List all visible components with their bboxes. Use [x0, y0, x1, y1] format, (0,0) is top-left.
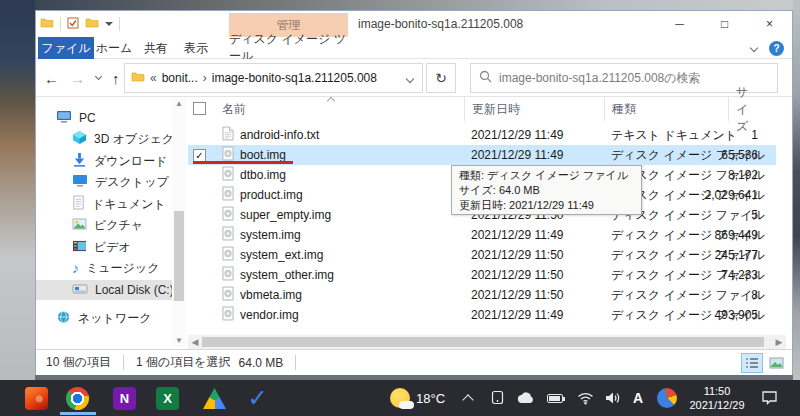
- selection-count: 1 個の項目を選択: [136, 354, 231, 371]
- list-horizontal-scrollbar[interactable]: ◀ ▶: [188, 335, 786, 349]
- properties-check-icon[interactable]: [67, 17, 79, 32]
- scrollbar-thumb[interactable]: [202, 337, 764, 347]
- qat-customize-caret-icon[interactable]: [105, 22, 113, 26]
- up-button[interactable]: ↑: [112, 70, 120, 87]
- breadcrumb-current[interactable]: image-bonito-sq1a.211205.008: [212, 71, 377, 85]
- maximize-button[interactable]: □: [702, 11, 747, 37]
- tooltip-modified: 更新日時: 2021/12/29 11:49: [459, 198, 634, 213]
- new-folder-icon[interactable]: [85, 17, 99, 31]
- partly-sunny-icon[interactable]: [390, 388, 410, 408]
- chrome-icon[interactable]: [66, 387, 89, 410]
- search-box[interactable]: [470, 63, 778, 93]
- sidebar-item-pc[interactable]: PC: [36, 108, 172, 128]
- column-header-name[interactable]: 名前: [188, 97, 464, 121]
- file-list: android-info.txt 2021/12/29 11:49 テキスト ド…: [188, 125, 776, 325]
- breadcrumb-parent[interactable]: bonit...: [162, 71, 198, 85]
- onedrive-cloud-icon[interactable]: [516, 392, 535, 404]
- desktop-wallpaper-left: [0, 0, 35, 380]
- ime-mode-indicator[interactable]: A: [633, 390, 643, 406]
- refresh-button[interactable]: ↻: [426, 63, 456, 93]
- file-row-system-ext[interactable]: system_ext.img 2021/12/29 11:50 ディスク イメー…: [188, 245, 776, 265]
- column-header-date[interactable]: 更新日時: [464, 97, 604, 121]
- back-button[interactable]: ←: [44, 70, 59, 87]
- file-row-system-other[interactable]: system_other.img 2021/12/29 11:50 ディスク イ…: [188, 265, 776, 285]
- window-controls: ─ □ ×: [657, 11, 792, 37]
- close-button[interactable]: ×: [747, 11, 792, 37]
- pc-icon: [56, 110, 72, 127]
- disk-image-file-icon: [222, 186, 234, 204]
- details-view-button[interactable]: [741, 353, 763, 373]
- column-header-size[interactable]: サイズ: [728, 97, 776, 121]
- scroll-up-icon[interactable]: ▲: [172, 97, 186, 110]
- tab-home[interactable]: ホーム: [94, 37, 134, 59]
- music-icon: ♪: [72, 261, 79, 275]
- search-input[interactable]: [499, 71, 769, 85]
- tab-disk-image-tools[interactable]: ディスク イメージ ツール: [229, 37, 348, 59]
- navpane-scrollbar[interactable]: ▲ ▼: [172, 97, 186, 347]
- collapse-ribbon-icon[interactable]: [750, 44, 758, 52]
- tab-share[interactable]: 共有: [136, 37, 176, 59]
- address-dropdown-icon[interactable]: [406, 75, 414, 83]
- sidebar-item-music[interactable]: ♪ ミュージック: [36, 258, 172, 278]
- sort-ascending-icon: [327, 97, 335, 105]
- todo-icon[interactable]: [246, 387, 269, 410]
- excel-icon[interactable]: [156, 387, 179, 410]
- tablet-icon[interactable]: [490, 390, 505, 405]
- navigation-toolbar: ← → ↑ « bonit... › image-bonito-sq1a.211…: [36, 59, 792, 97]
- file-row-vbmeta[interactable]: vbmeta.img 2021/12/29 11:50 ディスク イメージ ファ…: [188, 285, 776, 305]
- recent-locations-caret-icon[interactable]: [95, 73, 102, 80]
- red-annotation-underline: [193, 161, 293, 164]
- separator: [60, 17, 61, 31]
- sidebar-item-videos[interactable]: ビデオ: [36, 237, 172, 257]
- account-avatar[interactable]: [657, 388, 677, 408]
- file-row-vendor[interactable]: vendor.img 2021/12/29 11:49 ディスク イメージ ファ…: [188, 305, 776, 325]
- ribbon-tab-bar: ファイル ホーム 共有 表示 ディスク イメージ ツール ?: [36, 37, 792, 59]
- address-bar[interactable]: « bonit... › image-bonito-sq1a.211205.00…: [124, 63, 423, 93]
- tray-chevron-up-icon[interactable]: [462, 394, 473, 405]
- title-bar: 管理 image-bonito-sq1a.211205.008 ─ □ ×: [36, 11, 792, 37]
- taskbar-clock[interactable]: 11:50 2021/12/29: [686, 384, 748, 412]
- sidebar-item-3d-objects[interactable]: 3D オブジェクト: [36, 129, 172, 149]
- wifi-icon[interactable]: [577, 392, 594, 405]
- disk-image-file-icon: [222, 266, 234, 284]
- thumbnail-view-button[interactable]: [765, 353, 787, 373]
- 3d-objects-icon: [72, 130, 87, 148]
- disk-image-file-icon: [222, 286, 234, 304]
- volume-icon[interactable]: [605, 391, 622, 405]
- scroll-right-icon[interactable]: ▶: [772, 335, 786, 349]
- minimize-button[interactable]: ─: [657, 11, 702, 37]
- tab-view[interactable]: 表示: [176, 37, 216, 59]
- office-icon[interactable]: [25, 387, 48, 410]
- navigation-pane: PC 3D オブジェクト ダウンロード デスクトップ ドキュメント ピクチャ ビ…: [36, 97, 186, 347]
- file-row-android-info[interactable]: android-info.txt 2021/12/29 11:49 テキスト ド…: [188, 125, 776, 145]
- scroll-left-icon[interactable]: ◀: [188, 335, 202, 349]
- sidebar-item-network[interactable]: ネットワーク: [36, 308, 172, 328]
- folder-icon: [131, 71, 145, 85]
- onenote-icon[interactable]: [113, 387, 136, 410]
- disk-image-file-icon: [222, 306, 234, 324]
- scrollbar-thumb[interactable]: [174, 211, 184, 301]
- file-row-system[interactable]: system.img 2021/12/29 11:49 ディスク イメージ ファ…: [188, 225, 776, 245]
- sidebar-item-local-disk-c[interactable]: Local Disk (C:): [36, 280, 172, 300]
- selection-size: 64.0 MB: [239, 356, 284, 370]
- google-drive-icon[interactable]: [203, 387, 226, 410]
- help-icon[interactable]: ?: [769, 41, 784, 56]
- column-header-type[interactable]: 種類: [604, 97, 728, 121]
- sidebar-item-documents[interactable]: ドキュメント: [36, 194, 172, 214]
- breadcrumb-collapse[interactable]: «: [150, 71, 157, 85]
- scroll-down-icon[interactable]: ▼: [172, 334, 186, 347]
- window-title: image-bonito-sq1a.211205.008: [358, 11, 523, 37]
- breadcrumb-separator-icon[interactable]: ›: [203, 71, 207, 85]
- explorer-window: 管理 image-bonito-sq1a.211205.008 ─ □ × ファ…: [35, 10, 793, 375]
- taskbar: 18°C A 11:50 2021/12/29: [0, 380, 800, 416]
- action-center-icon[interactable]: [761, 390, 778, 405]
- sidebar-item-desktop[interactable]: デスクトップ: [36, 172, 172, 192]
- disk-image-file-icon: [222, 246, 234, 264]
- select-all-checkbox[interactable]: [193, 102, 206, 115]
- battery-icon[interactable]: [547, 394, 563, 403]
- weather-temperature[interactable]: 18°C: [416, 391, 445, 406]
- sidebar-item-downloads[interactable]: ダウンロード: [36, 151, 172, 171]
- separator: [119, 17, 120, 31]
- tab-file[interactable]: ファイル: [38, 37, 94, 59]
- sidebar-item-pictures[interactable]: ピクチャ: [36, 215, 172, 235]
